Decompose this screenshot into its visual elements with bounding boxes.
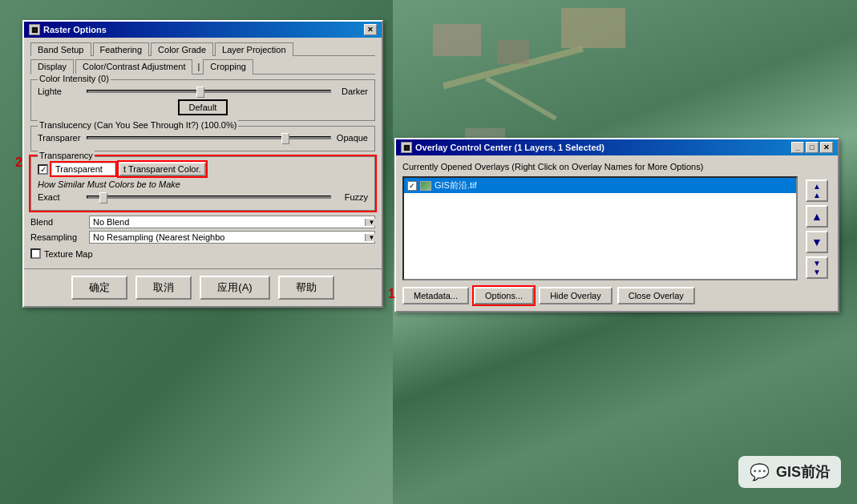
transparency-group-label: Transparency: [38, 151, 95, 160]
tab-feathering[interactable]: Feathering: [93, 42, 150, 56]
overlay-dialog-title: Overlay Control Center (1 Layers, 1 Sele…: [415, 143, 604, 152]
overlay-main-area: ✓ GIS前沿.tif ▲▲ ▲ ▼ ▼▼: [402, 176, 831, 287]
overlay-bottom-buttons: Metadata... Options... Hide Overlay Clos…: [402, 287, 831, 304]
color-intensity-label: Color Intensity (0): [38, 74, 111, 83]
blend-row: Blend No Blend ▼: [30, 216, 375, 228]
cancel-button[interactable]: 取消: [135, 276, 192, 300]
tab-color-grade[interactable]: Color Grade: [151, 42, 213, 56]
lighter-label: Lighte: [38, 87, 82, 96]
color-intensity-thumb[interactable]: [196, 87, 204, 98]
set-transparent-color-button[interactable]: t Transparent Color.: [119, 162, 206, 176]
overlay-scroll-buttons: ▲▲ ▲ ▼ ▼▼: [802, 176, 831, 287]
raster-bottom-buttons: 确定 取消 应用(A) 帮助: [24, 268, 382, 306]
texture-map-row: Texture Map: [30, 248, 375, 259]
blend-dropdown[interactable]: No Blend ▼: [89, 216, 375, 228]
transparency-group: Transparency 2 ✓ Transparent t Transpare…: [30, 156, 375, 211]
step-1-label: 1: [388, 287, 395, 301]
raster-dialog-icon: ▦: [29, 24, 40, 35]
transparency-row: ✓ Transparent t Transparent Color.: [38, 160, 368, 178]
fuzzy-slider-row: Exact Fuzzy: [38, 192, 368, 202]
overlay-close-button[interactable]: ✕: [820, 142, 833, 153]
raster-options-dialog: ▦ Raster Options ✕ Band Setup Feathering…: [22, 20, 383, 308]
blend-value: No Blend: [93, 217, 129, 227]
translucency-track[interactable]: [87, 136, 331, 139]
blend-dropdown-arrow[interactable]: ▼: [365, 219, 378, 226]
tab-separator: |: [194, 59, 203, 74]
apply-button[interactable]: 应用(A): [200, 276, 269, 300]
overlay-item-name: GIS前沿.tif: [435, 179, 477, 192]
ok-button[interactable]: 确定: [71, 276, 127, 300]
translucency-slider-row: Transparer Opaque: [38, 133, 368, 143]
step-2-label: 2: [15, 155, 22, 170]
help-button[interactable]: 帮助: [278, 276, 334, 300]
texture-map-checkbox[interactable]: [30, 248, 41, 259]
raster-close-button[interactable]: ✕: [364, 24, 377, 35]
color-intensity-track[interactable]: [87, 90, 331, 93]
default-button[interactable]: Default: [178, 99, 228, 115]
raster-dialog-title: Raster Options: [43, 25, 107, 34]
opaque-label: Opaque: [336, 133, 368, 143]
overlay-item-checkbox[interactable]: ✓: [407, 181, 417, 191]
wechat-icon: 💬: [750, 462, 770, 482]
overlay-list-item[interactable]: ✓ GIS前沿.tif: [404, 178, 796, 193]
translucency-thumb[interactable]: [281, 133, 289, 144]
fuzzy-label: Fuzzy: [336, 192, 368, 202]
resampling-row: Resampling No Resampling (Nearest Neighb…: [30, 231, 375, 244]
transparent-label: Transparer: [38, 133, 82, 143]
overlay-item-icon: [420, 181, 431, 191]
overlay-dialog-icon: ▦: [401, 142, 412, 153]
overlay-dialog-titlebar: ▦ Overlay Control Center (1 Layers, 1 Se…: [396, 139, 838, 155]
transparent-checkbox[interactable]: ✓: [38, 164, 48, 175]
close-overlay-button[interactable]: Close Overlay: [617, 287, 695, 304]
options-button[interactable]: Options...: [474, 287, 534, 304]
resampling-dropdown-arrow[interactable]: ▼: [365, 234, 378, 241]
wechat-text: GIS前沿: [776, 462, 830, 482]
wechat-watermark: 💬 GIS前沿: [738, 456, 841, 488]
darker-label: Darker: [336, 87, 368, 96]
overlay-titlebar-controls: _ □ ✕: [791, 142, 833, 153]
blend-label: Blend: [30, 217, 83, 227]
transparent-input[interactable]: Transparent: [51, 163, 115, 175]
fuzzy-thumb[interactable]: [99, 192, 107, 204]
resampling-value: No Resampling (Nearest Neighbo: [93, 232, 224, 242]
scroll-down-button[interactable]: ▼: [806, 231, 828, 253]
overlay-list[interactable]: ✓ GIS前沿.tif: [402, 176, 798, 280]
overlay-bottom-area: 1 Metadata... Options... Hide Overlay Cl…: [402, 287, 831, 304]
scroll-top-button[interactable]: ▲▲: [806, 179, 828, 202]
hide-overlay-button[interactable]: Hide Overlay: [539, 287, 612, 304]
translucency-label: Translucency (Can You See Through It?) (…: [38, 120, 238, 130]
overlay-restore-button[interactable]: □: [806, 142, 819, 153]
resampling-dropdown[interactable]: No Resampling (Nearest Neighbo ▼: [89, 231, 375, 244]
overlay-control-dialog: ▦ Overlay Control Center (1 Layers, 1 Se…: [394, 138, 839, 312]
color-intensity-slider-row: Lighte Darker: [38, 87, 368, 96]
raster-tab-row2: Display Color/Contrast Adjustment | Crop…: [30, 59, 375, 75]
tab-layer-projection[interactable]: Layer Projection: [215, 42, 293, 56]
default-btn-row: Default: [38, 99, 368, 115]
translucency-group: Translucency (Can You See Through It?) (…: [30, 126, 375, 151]
scroll-bottom-button[interactable]: ▼▼: [806, 256, 828, 279]
tab-display[interactable]: Display: [30, 59, 74, 75]
fuzzy-track[interactable]: [87, 196, 331, 199]
raster-dialog-titlebar: ▦ Raster Options ✕: [24, 22, 382, 38]
resampling-label: Resampling: [30, 232, 83, 242]
scroll-up-button[interactable]: ▲: [806, 205, 828, 228]
exact-label: Exact: [38, 192, 82, 202]
tab-color-contrast[interactable]: Color/Contrast Adjustment: [75, 59, 192, 75]
metadata-button[interactable]: Metadata...: [402, 287, 469, 304]
color-intensity-group: Color Intensity (0) Lighte Darker Defaul…: [30, 79, 375, 121]
overlay-minimize-button[interactable]: _: [791, 142, 804, 153]
texture-map-label: Texture Map: [44, 249, 93, 259]
overlay-list-area: ✓ GIS前沿.tif: [402, 176, 798, 287]
raster-tab-row1: Band Setup Feathering Color Grade Layer …: [30, 42, 375, 56]
how-similar-text: How Similar Must Colors be to Make: [38, 179, 368, 189]
raster-titlebar-controls: ✕: [364, 24, 377, 35]
tab-cropping[interactable]: Cropping: [203, 59, 253, 75]
tab-band-setup[interactable]: Band Setup: [30, 42, 91, 56]
overlay-description: Currently Opened Overlays (Right Click o…: [402, 162, 831, 171]
